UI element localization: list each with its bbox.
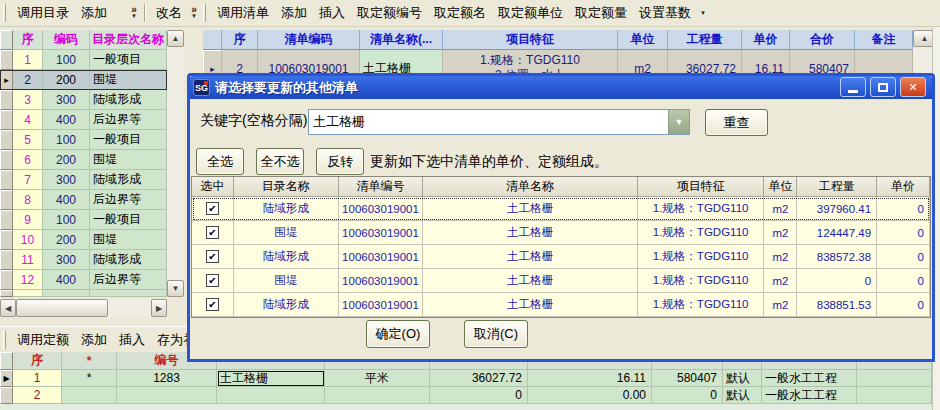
menu-get-quota-unit[interactable]: 取定额单位: [492, 1, 569, 25]
table-row[interactable]: 3300陆域形成: [0, 90, 167, 110]
cell-star[interactable]: *: [62, 370, 117, 387]
cell-code[interactable]: 200: [43, 150, 90, 170]
menu-call-catalog[interactable]: 调用目录: [11, 1, 75, 25]
cell-quantity[interactable]: 397960.41: [797, 197, 877, 221]
cell-price[interactable]: 0: [877, 245, 930, 269]
select-none-button[interactable]: 全不选: [256, 148, 304, 175]
cell-name[interactable]: 围堤: [90, 230, 167, 250]
checkbox-checked[interactable]: ✔: [206, 202, 219, 215]
cell-price[interactable]: 0: [877, 221, 930, 245]
cell-price[interactable]: 0: [877, 293, 930, 317]
cell-list-name[interactable]: 土工格栅: [423, 197, 637, 221]
cell-seq[interactable]: 1: [13, 370, 62, 387]
cell-name[interactable]: 一般项目: [90, 130, 167, 150]
combo-dropdown-button[interactable]: ▼: [668, 110, 689, 134]
cell-code[interactable]: 400: [43, 270, 90, 290]
scroll-up-button[interactable]: ▲: [167, 30, 184, 47]
checkbox-checked[interactable]: ✔: [206, 274, 219, 287]
cell-code[interactable]: 100: [43, 210, 90, 230]
cell-unit[interactable]: m2: [764, 221, 797, 245]
cell-total[interactable]: 0: [652, 387, 723, 404]
cell-code[interactable]: 300: [43, 90, 90, 110]
cell-quantity[interactable]: 124447.49: [797, 221, 877, 245]
menu-call-list[interactable]: 调用清单: [211, 1, 275, 25]
table-row[interactable]: 5100一般项目: [0, 130, 167, 150]
cell-empty[interactable]: [857, 370, 932, 387]
cancel-button[interactable]: 取消(C): [464, 320, 528, 348]
cell-list-code[interactable]: 100603019001: [339, 221, 424, 245]
cell-dir-name[interactable]: 陆域形成: [234, 245, 339, 269]
cell-code[interactable]: 300: [43, 170, 90, 190]
cell-feature[interactable]: 1.规格：TGDG110: [638, 269, 765, 293]
cell-name[interactable]: 围堤: [90, 150, 167, 170]
cell-list-code[interactable]: 100603019001: [339, 197, 424, 221]
toolbar-overflow-icon[interactable]: » ▼: [188, 5, 200, 21]
cell-name-selected[interactable]: 土工格栅: [217, 370, 325, 387]
table-row[interactable]: 4400后边界等: [0, 110, 167, 130]
scroll-left-button[interactable]: ◀: [0, 299, 16, 317]
ok-button[interactable]: 确定(O): [366, 320, 430, 348]
cell-price[interactable]: 0: [877, 197, 930, 221]
maximize-button[interactable]: [870, 77, 896, 97]
cell-unit[interactable]: [325, 387, 430, 404]
menu-add-list[interactable]: 添加: [275, 1, 313, 25]
cell-seq[interactable]: 2: [13, 70, 43, 90]
table-row[interactable]: 9100一般项目: [0, 210, 167, 230]
cell-code[interactable]: 100: [43, 50, 90, 70]
scrollbar-thumb[interactable]: [16, 299, 108, 317]
cell-mode[interactable]: 默认: [723, 370, 762, 387]
cell-unit[interactable]: m2: [764, 197, 797, 221]
cell-code[interactable]: 200: [43, 230, 90, 250]
cell-name[interactable]: 陆域形成: [90, 250, 167, 270]
cell-name[interactable]: 后边界等: [90, 270, 167, 290]
table-row[interactable]: ✔ 陆域形成 100603019001 土工格栅 1.规格：TGDG110 m2…: [192, 197, 930, 221]
cell-feature[interactable]: 1.规格：TGDG110: [638, 293, 765, 317]
cell-price[interactable]: 16.11: [528, 370, 652, 387]
cell-list-code[interactable]: 100603019001: [339, 269, 424, 293]
cell-seq[interactable]: 1: [13, 50, 43, 70]
cell-dir-name[interactable]: 围堤: [234, 221, 339, 245]
toolbar-grip[interactable]: [3, 331, 6, 349]
table-row-selected[interactable]: ▸2200围堤: [0, 70, 167, 90]
cell-list-name[interactable]: 土工格栅: [423, 269, 637, 293]
toolbar-overflow-icon[interactable]: » ▼: [128, 5, 140, 21]
keyword-input[interactable]: [309, 110, 668, 134]
menu-rename[interactable]: 改名: [150, 1, 188, 25]
menu-get-quota-qty[interactable]: 取定额量: [569, 1, 633, 25]
table-row[interactable]: 8400后边界等: [0, 190, 167, 210]
cell-name[interactable]: 后边界等: [90, 110, 167, 130]
cell-seq[interactable]: 10: [13, 230, 43, 250]
cell-seq[interactable]: 6: [13, 150, 43, 170]
cell-seq[interactable]: 3: [13, 90, 43, 110]
cell-list-code[interactable]: 100603019001: [339, 245, 424, 269]
toolbar-grip[interactable]: [3, 4, 6, 22]
table-row[interactable]: ✔ 围堤 100603019001 土工格栅 1.规格：TGDG110 m2 1…: [192, 221, 930, 245]
cell-name[interactable]: [217, 387, 325, 404]
cell-seq[interactable]: 11: [13, 250, 43, 270]
cell-unit[interactable]: m2: [764, 293, 797, 317]
toolbar-grip[interactable]: [203, 4, 206, 22]
cell-unit[interactable]: 平米: [325, 370, 430, 387]
checkbox-checked[interactable]: ✔: [206, 298, 219, 311]
close-button[interactable]: ✕: [900, 77, 926, 97]
cell-name[interactable]: 后边界等: [90, 190, 167, 210]
menu-get-quota-code[interactable]: 取定额编号: [351, 1, 428, 25]
cell-feature[interactable]: 1.规格：TGDG110: [638, 221, 765, 245]
table-row[interactable]: 2 0 0.00 0 默认 一般水工工程: [0, 387, 932, 404]
table-row[interactable]: 10200围堤: [0, 230, 167, 250]
cell-code[interactable]: 100: [43, 130, 90, 150]
cell-seq[interactable]: 5: [13, 130, 43, 150]
cell-seq[interactable]: 4: [13, 110, 43, 130]
menu-get-quota-name[interactable]: 取定额名: [428, 1, 492, 25]
cell-category[interactable]: 一般水工工程: [762, 387, 857, 404]
cell-name[interactable]: 一般项目: [90, 210, 167, 230]
cell-code[interactable]: 200: [43, 70, 90, 90]
cell-quantity[interactable]: 0: [430, 387, 528, 404]
cell-seq[interactable]: 2: [13, 387, 62, 404]
dialog-titlebar[interactable]: SG 请选择要更新的其他清单 ✕: [190, 76, 932, 99]
cell-quantity[interactable]: 838851.53: [797, 293, 877, 317]
table-row[interactable]: ▶ 1 * 1283 土工格栅 平米 36027.72 16.11 580407…: [0, 370, 932, 387]
cell-dir-name[interactable]: 陆域形成: [234, 197, 339, 221]
menu-call-quota[interactable]: 调用定额: [11, 328, 75, 352]
cell-code[interactable]: [117, 387, 217, 404]
